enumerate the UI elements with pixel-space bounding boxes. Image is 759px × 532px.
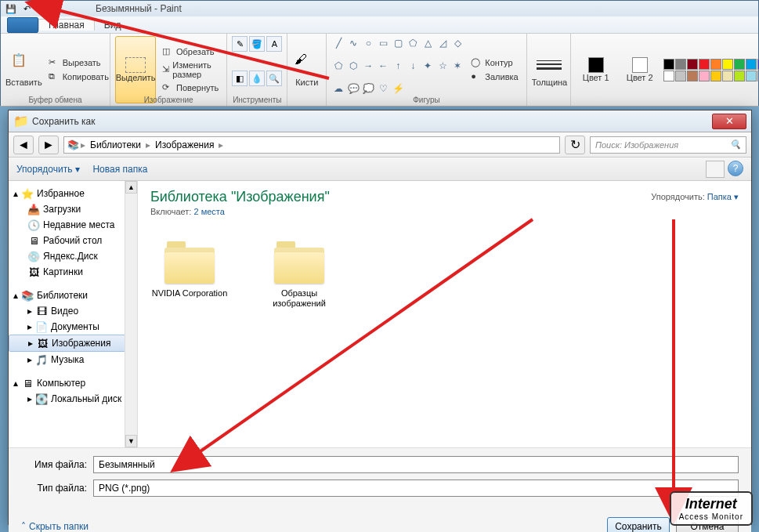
help-button[interactable]: ? [728, 161, 743, 176]
tree-desktop[interactable]: 🖥Рабочий стол [9, 233, 137, 248]
shape-cloudcallout[interactable]: 💭 [361, 81, 375, 96]
shape-hexagon[interactable]: ⬡ [346, 59, 360, 73]
shape-darrow[interactable]: ↓ [406, 59, 420, 73]
new-folder-button[interactable]: Новая папка [92, 164, 147, 175]
crop-button[interactable]: ◫Обрезать [159, 45, 222, 58]
crumb-libraries[interactable]: Библиотеки [87, 139, 144, 150]
palette-swatch[interactable] [675, 59, 686, 70]
eraser-tool[interactable]: ◧ [232, 71, 248, 86]
tree-recent[interactable]: 🕓Недавние места [9, 217, 137, 233]
tab-view[interactable]: Вид [95, 20, 131, 31]
shape-rtriangle[interactable]: ◿ [436, 36, 450, 50]
tree-computer[interactable]: ▴🖥Компьютер [9, 375, 137, 391]
scroll-up-button[interactable]: ▲ [125, 181, 137, 194]
address-bar[interactable]: 📚 ▸ Библиотеки ▸ Изображения ▸ [63, 136, 560, 154]
shape-rarrow[interactable]: → [361, 59, 375, 73]
shape-curve[interactable]: ∿ [346, 36, 360, 50]
shape-rect[interactable]: ▭ [376, 36, 390, 50]
refresh-button[interactable]: ↻ [565, 136, 585, 154]
size-button[interactable]: Толщина [532, 36, 568, 103]
close-button[interactable]: ✕ [712, 114, 746, 129]
shape-6star[interactable]: ✶ [450, 59, 464, 73]
shape-diamond[interactable]: ◇ [450, 36, 464, 50]
forward-button[interactable]: ► [38, 136, 59, 154]
color1-button[interactable]: Цвет 1 [576, 57, 616, 82]
outline-button[interactable]: ◯Контур [468, 56, 521, 69]
palette-swatch[interactable] [675, 71, 686, 81]
crumb-images[interactable]: Изображения [152, 139, 217, 150]
folder-sample-pictures[interactable]: Образцы изображений [260, 240, 338, 309]
shape-uarrow[interactable]: ↑ [391, 59, 405, 73]
resize-button[interactable]: ⇲Изменить размер [159, 60, 222, 80]
shape-roundrect[interactable]: ▢ [391, 36, 405, 50]
palette-swatch[interactable] [699, 71, 710, 81]
palette-swatch[interactable] [746, 71, 757, 81]
shape-pentagon[interactable]: ⬠ [331, 59, 345, 73]
cut-button[interactable]: ✂Вырезать [45, 56, 112, 69]
shape-lightning[interactable]: ⚡ [391, 81, 405, 96]
tree-scrollbar[interactable]: ▲ ▼ [125, 181, 137, 447]
picker-tool[interactable]: 💧 [249, 71, 265, 86]
hide-folders-button[interactable]: ˄Скрыть папки [21, 521, 89, 532]
tree-localdisk[interactable]: ▸💽Локальный диск [9, 391, 137, 407]
shape-heart[interactable]: ♡ [376, 81, 390, 96]
shape-ovalcallout[interactable]: 💬 [346, 81, 360, 96]
copy-button[interactable]: ⧉Копировать [45, 71, 112, 83]
palette-swatch[interactable] [734, 71, 745, 81]
tree-libraries[interactable]: ▴📚Библиотеки [9, 288, 137, 303]
tree-music[interactable]: ▸🎵Музыка [9, 352, 137, 367]
shape-5star[interactable]: ☆ [436, 59, 450, 73]
tree-pictures-fav[interactable]: 🖼Картинки [9, 264, 137, 280]
palette-swatch[interactable] [710, 71, 721, 81]
tree-videos[interactable]: ▸🎞Видео [9, 303, 137, 319]
file-menu-button[interactable] [7, 17, 38, 33]
text-tool[interactable]: A [266, 36, 282, 52]
shape-polygon[interactable]: ⬠ [406, 36, 420, 50]
filename-input[interactable] [93, 456, 739, 473]
save-icon[interactable]: 💾 [5, 2, 17, 15]
organize-button[interactable]: Упорядочить ▾ [16, 164, 80, 175]
save-button[interactable]: Сохранить [607, 517, 670, 532]
rotate-button[interactable]: ⟳Повернуть [159, 81, 222, 94]
palette-swatch[interactable] [663, 71, 674, 81]
paste-button[interactable]: 📋 Вставить [5, 36, 42, 103]
palette-swatch[interactable] [687, 59, 698, 70]
color2-button[interactable]: Цвет 2 [620, 57, 660, 82]
includes-link[interactable]: 2 места [193, 207, 224, 216]
shapes-gallery[interactable]: ╱∿○▭▢⬠△◿◇ ⬠⬡→←↑↓✦☆✶ ☁💬💭♡⚡ [331, 36, 464, 103]
zoom-tool[interactable]: 🔍 [266, 71, 282, 86]
scroll-down-button[interactable]: ▼ [125, 435, 137, 447]
pencil-tool[interactable]: ✎ [232, 36, 248, 52]
shape-oval[interactable]: ○ [361, 36, 375, 50]
tree-favorites[interactable]: ▴⭐Избранное [9, 186, 137, 201]
view-button[interactable] [706, 161, 725, 178]
back-button[interactable]: ◄ [13, 136, 34, 154]
filetype-select[interactable] [93, 480, 739, 497]
palette-swatch[interactable] [734, 59, 745, 70]
tree-downloads[interactable]: 📥Загрузки [9, 201, 137, 217]
palette-swatch[interactable] [699, 59, 710, 70]
tree-documents[interactable]: ▸📄Документы [9, 319, 137, 335]
tree-images[interactable]: ▸🖼Изображения [9, 335, 137, 352]
fill-button[interactable]: ●Заливка [468, 71, 521, 83]
palette-swatch[interactable] [746, 59, 757, 70]
redo-icon[interactable]: ↷ [36, 2, 49, 15]
palette-swatch[interactable] [663, 59, 674, 70]
palette-swatch[interactable] [710, 59, 721, 70]
shape-triangle[interactable]: △ [421, 36, 435, 50]
shape-larrow[interactable]: ← [376, 59, 390, 73]
shape-line[interactable]: ╱ [331, 36, 345, 50]
select-button[interactable]: Выделить [115, 36, 156, 103]
search-input[interactable]: Поиск: Изображения🔍 [590, 136, 746, 154]
tab-home[interactable]: Главная [38, 19, 95, 31]
undo-icon[interactable]: ↶ [20, 2, 33, 15]
palette-swatch[interactable] [722, 71, 733, 81]
brushes-button[interactable]: 🖌 Кисти [292, 36, 321, 103]
fill-tool[interactable]: 🪣 [249, 36, 265, 52]
tree-yandexdisk[interactable]: 💿Яндекс.Диск [9, 248, 137, 264]
shape-4star[interactable]: ✦ [421, 59, 435, 73]
shape-roundcallout[interactable]: ☁ [331, 81, 345, 96]
palette-swatch[interactable] [722, 59, 733, 70]
folder-nvidia[interactable]: NVIDIA Corporation [150, 240, 229, 309]
sort-dropdown[interactable]: Папка ▾ [707, 192, 739, 201]
